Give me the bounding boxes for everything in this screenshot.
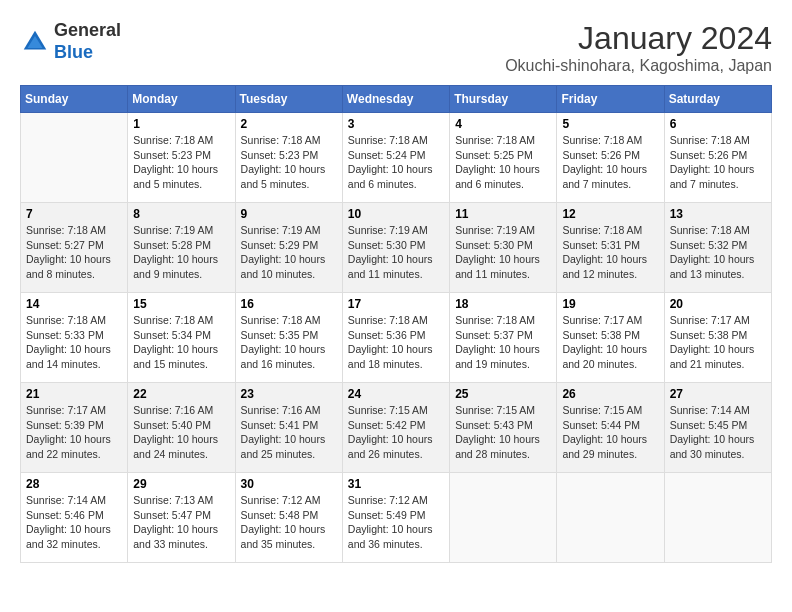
calendar-cell: 15Sunrise: 7:18 AMSunset: 5:34 PMDayligh… xyxy=(128,293,235,383)
day-info: Sunrise: 7:19 AMSunset: 5:28 PMDaylight:… xyxy=(133,223,229,282)
title-block: January 2024 Okuchi-shinohara, Kagoshima… xyxy=(505,20,772,75)
calendar-cell: 22Sunrise: 7:16 AMSunset: 5:40 PMDayligh… xyxy=(128,383,235,473)
calendar-cell: 17Sunrise: 7:18 AMSunset: 5:36 PMDayligh… xyxy=(342,293,449,383)
calendar-cell: 12Sunrise: 7:18 AMSunset: 5:31 PMDayligh… xyxy=(557,203,664,293)
day-info: Sunrise: 7:17 AMSunset: 5:38 PMDaylight:… xyxy=(562,313,658,372)
day-info: Sunrise: 7:17 AMSunset: 5:38 PMDaylight:… xyxy=(670,313,766,372)
day-info: Sunrise: 7:18 AMSunset: 5:24 PMDaylight:… xyxy=(348,133,444,192)
calendar-cell: 31Sunrise: 7:12 AMSunset: 5:49 PMDayligh… xyxy=(342,473,449,563)
logo-icon xyxy=(20,27,50,57)
day-number: 24 xyxy=(348,387,444,401)
calendar-header-row: SundayMondayTuesdayWednesdayThursdayFrid… xyxy=(21,86,772,113)
day-number: 20 xyxy=(670,297,766,311)
day-number: 18 xyxy=(455,297,551,311)
day-number: 5 xyxy=(562,117,658,131)
logo-text: General Blue xyxy=(54,20,121,63)
header-sunday: Sunday xyxy=(21,86,128,113)
day-number: 29 xyxy=(133,477,229,491)
header-wednesday: Wednesday xyxy=(342,86,449,113)
day-info: Sunrise: 7:18 AMSunset: 5:35 PMDaylight:… xyxy=(241,313,337,372)
day-info: Sunrise: 7:13 AMSunset: 5:47 PMDaylight:… xyxy=(133,493,229,552)
page-title: January 2024 xyxy=(505,20,772,57)
calendar-cell: 14Sunrise: 7:18 AMSunset: 5:33 PMDayligh… xyxy=(21,293,128,383)
day-number: 10 xyxy=(348,207,444,221)
calendar-cell: 11Sunrise: 7:19 AMSunset: 5:30 PMDayligh… xyxy=(450,203,557,293)
calendar-cell: 21Sunrise: 7:17 AMSunset: 5:39 PMDayligh… xyxy=(21,383,128,473)
header-saturday: Saturday xyxy=(664,86,771,113)
day-info: Sunrise: 7:17 AMSunset: 5:39 PMDaylight:… xyxy=(26,403,122,462)
day-number: 17 xyxy=(348,297,444,311)
day-number: 1 xyxy=(133,117,229,131)
day-number: 6 xyxy=(670,117,766,131)
calendar-cell: 27Sunrise: 7:14 AMSunset: 5:45 PMDayligh… xyxy=(664,383,771,473)
calendar-cell: 19Sunrise: 7:17 AMSunset: 5:38 PMDayligh… xyxy=(557,293,664,383)
calendar-cell: 24Sunrise: 7:15 AMSunset: 5:42 PMDayligh… xyxy=(342,383,449,473)
calendar-cell: 30Sunrise: 7:12 AMSunset: 5:48 PMDayligh… xyxy=(235,473,342,563)
header-monday: Monday xyxy=(128,86,235,113)
page-subtitle: Okuchi-shinohara, Kagoshima, Japan xyxy=(505,57,772,75)
day-number: 25 xyxy=(455,387,551,401)
day-number: 27 xyxy=(670,387,766,401)
day-info: Sunrise: 7:18 AMSunset: 5:26 PMDaylight:… xyxy=(670,133,766,192)
day-info: Sunrise: 7:18 AMSunset: 5:27 PMDaylight:… xyxy=(26,223,122,282)
calendar-cell: 1Sunrise: 7:18 AMSunset: 5:23 PMDaylight… xyxy=(128,113,235,203)
day-info: Sunrise: 7:18 AMSunset: 5:26 PMDaylight:… xyxy=(562,133,658,192)
calendar-cell: 3Sunrise: 7:18 AMSunset: 5:24 PMDaylight… xyxy=(342,113,449,203)
day-info: Sunrise: 7:19 AMSunset: 5:30 PMDaylight:… xyxy=(348,223,444,282)
day-number: 16 xyxy=(241,297,337,311)
day-number: 22 xyxy=(133,387,229,401)
calendar-cell: 13Sunrise: 7:18 AMSunset: 5:32 PMDayligh… xyxy=(664,203,771,293)
calendar-cell: 4Sunrise: 7:18 AMSunset: 5:25 PMDaylight… xyxy=(450,113,557,203)
week-row-2: 7Sunrise: 7:18 AMSunset: 5:27 PMDaylight… xyxy=(21,203,772,293)
day-info: Sunrise: 7:18 AMSunset: 5:31 PMDaylight:… xyxy=(562,223,658,282)
calendar-cell xyxy=(21,113,128,203)
day-number: 13 xyxy=(670,207,766,221)
logo-general: General xyxy=(54,20,121,40)
day-number: 31 xyxy=(348,477,444,491)
calendar-cell: 18Sunrise: 7:18 AMSunset: 5:37 PMDayligh… xyxy=(450,293,557,383)
day-number: 30 xyxy=(241,477,337,491)
week-row-1: 1Sunrise: 7:18 AMSunset: 5:23 PMDaylight… xyxy=(21,113,772,203)
calendar-cell: 23Sunrise: 7:16 AMSunset: 5:41 PMDayligh… xyxy=(235,383,342,473)
day-info: Sunrise: 7:15 AMSunset: 5:43 PMDaylight:… xyxy=(455,403,551,462)
day-info: Sunrise: 7:19 AMSunset: 5:29 PMDaylight:… xyxy=(241,223,337,282)
calendar-cell: 5Sunrise: 7:18 AMSunset: 5:26 PMDaylight… xyxy=(557,113,664,203)
day-info: Sunrise: 7:18 AMSunset: 5:23 PMDaylight:… xyxy=(133,133,229,192)
week-row-5: 28Sunrise: 7:14 AMSunset: 5:46 PMDayligh… xyxy=(21,473,772,563)
week-row-4: 21Sunrise: 7:17 AMSunset: 5:39 PMDayligh… xyxy=(21,383,772,473)
day-info: Sunrise: 7:12 AMSunset: 5:48 PMDaylight:… xyxy=(241,493,337,552)
week-row-3: 14Sunrise: 7:18 AMSunset: 5:33 PMDayligh… xyxy=(21,293,772,383)
calendar-cell: 29Sunrise: 7:13 AMSunset: 5:47 PMDayligh… xyxy=(128,473,235,563)
calendar-table: SundayMondayTuesdayWednesdayThursdayFrid… xyxy=(20,85,772,563)
day-number: 11 xyxy=(455,207,551,221)
logo: General Blue xyxy=(20,20,121,63)
header-friday: Friday xyxy=(557,86,664,113)
calendar-cell: 20Sunrise: 7:17 AMSunset: 5:38 PMDayligh… xyxy=(664,293,771,383)
calendar-cell xyxy=(557,473,664,563)
day-info: Sunrise: 7:18 AMSunset: 5:32 PMDaylight:… xyxy=(670,223,766,282)
day-info: Sunrise: 7:16 AMSunset: 5:41 PMDaylight:… xyxy=(241,403,337,462)
header-thursday: Thursday xyxy=(450,86,557,113)
day-info: Sunrise: 7:12 AMSunset: 5:49 PMDaylight:… xyxy=(348,493,444,552)
calendar-cell: 28Sunrise: 7:14 AMSunset: 5:46 PMDayligh… xyxy=(21,473,128,563)
calendar-cell xyxy=(450,473,557,563)
day-info: Sunrise: 7:18 AMSunset: 5:34 PMDaylight:… xyxy=(133,313,229,372)
logo-blue: Blue xyxy=(54,42,93,62)
day-number: 21 xyxy=(26,387,122,401)
calendar-cell: 26Sunrise: 7:15 AMSunset: 5:44 PMDayligh… xyxy=(557,383,664,473)
day-number: 15 xyxy=(133,297,229,311)
day-number: 7 xyxy=(26,207,122,221)
calendar-cell: 16Sunrise: 7:18 AMSunset: 5:35 PMDayligh… xyxy=(235,293,342,383)
calendar-cell: 10Sunrise: 7:19 AMSunset: 5:30 PMDayligh… xyxy=(342,203,449,293)
day-info: Sunrise: 7:18 AMSunset: 5:37 PMDaylight:… xyxy=(455,313,551,372)
calendar-cell: 25Sunrise: 7:15 AMSunset: 5:43 PMDayligh… xyxy=(450,383,557,473)
day-number: 3 xyxy=(348,117,444,131)
calendar-cell: 7Sunrise: 7:18 AMSunset: 5:27 PMDaylight… xyxy=(21,203,128,293)
day-number: 23 xyxy=(241,387,337,401)
day-info: Sunrise: 7:15 AMSunset: 5:42 PMDaylight:… xyxy=(348,403,444,462)
calendar-cell: 9Sunrise: 7:19 AMSunset: 5:29 PMDaylight… xyxy=(235,203,342,293)
day-number: 9 xyxy=(241,207,337,221)
day-info: Sunrise: 7:18 AMSunset: 5:33 PMDaylight:… xyxy=(26,313,122,372)
day-number: 2 xyxy=(241,117,337,131)
day-info: Sunrise: 7:14 AMSunset: 5:45 PMDaylight:… xyxy=(670,403,766,462)
